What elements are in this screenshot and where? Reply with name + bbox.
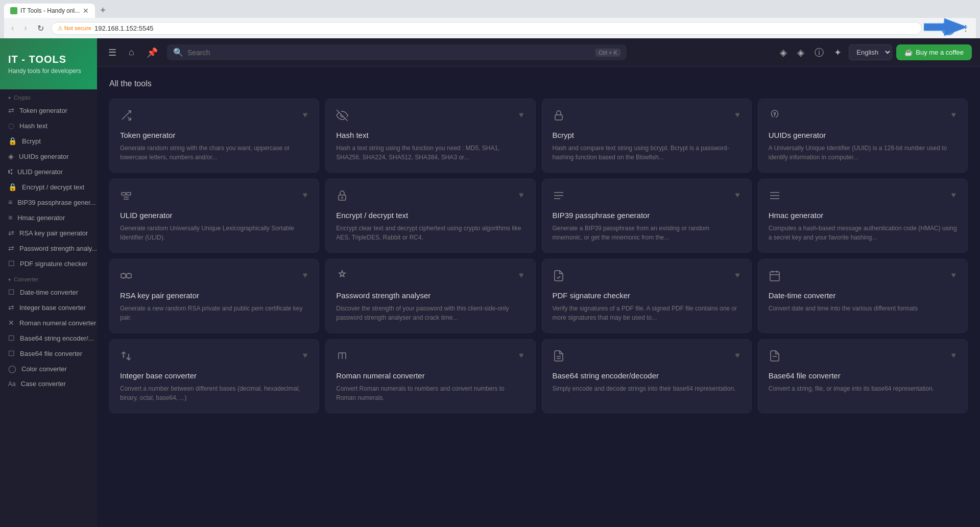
favorite-btn[interactable]: ♥ [950, 350, 958, 361]
sidebar-item-password[interactable]: ⇄ Password strength analy... [0, 241, 97, 256]
svg-marker-0 [924, 18, 967, 36]
tool-card-pdf-signature-checker[interactable]: ♥ PDF signature checker Verify the signa… [542, 259, 752, 333]
tool-card-hmac-generator[interactable]: ♥ Hmac generator Computes a hash-based m… [758, 179, 968, 253]
tool-card-password-strength-analyser[interactable]: ♥ Password strength analyser Discover th… [325, 259, 535, 333]
back-btn[interactable]: ‹ [8, 21, 17, 35]
sidebar-section-crypto[interactable]: ▾ Crypto [0, 89, 97, 103]
tool-icon [336, 109, 348, 125]
home-btn[interactable]: ⌂ [126, 44, 137, 61]
sidebar-item-hmac[interactable]: ≡ Hmac generator [0, 210, 97, 225]
favorite-btn[interactable]: ♥ [518, 189, 525, 201]
tool-card-token-generator[interactable]: ♥ Token generator Generate random string… [109, 99, 319, 173]
search-shortcut-badge: Ctrl + K [595, 49, 620, 57]
tool-icon [553, 189, 565, 205]
tool-card-roman-numeral-converter[interactable]: ♥ Roman numeral converter Convert Roman … [325, 339, 535, 413]
tool-name: Token generator [120, 131, 308, 139]
sidebar-item-roman[interactable]: ✕ Roman numeral converter [0, 315, 97, 330]
favorite-btn[interactable]: ♥ [734, 109, 741, 121]
buy-coffee-btn[interactable]: ☕ Buy me a coffee [896, 44, 972, 60]
favorite-btn[interactable]: ♥ [302, 189, 309, 201]
sidebar-item-bip39[interactable]: ≡ BIP39 passphrase gener... [0, 195, 97, 210]
sidebar-item-hash-text[interactable]: ◌ Hash text [0, 118, 97, 133]
svg-rect-5 [127, 193, 131, 195]
tool-name: Hash text [336, 131, 524, 139]
tool-desc: Hash a text string using the function yo… [336, 143, 524, 162]
tool-card-encrypt--decrypt-text[interactable]: ♥ Encrypt / decrypt text Encrypt clear t… [325, 179, 535, 253]
tool-card-header: ♥ [336, 350, 524, 365]
sidebar-item-ulid[interactable]: ⑆ ULID generator [0, 164, 97, 179]
github-icon-btn[interactable]: ◈ [777, 44, 790, 61]
favorite-btn[interactable]: ♥ [302, 270, 309, 281]
tool-card-hash-text[interactable]: ♥ Hash text Hash a text string using the… [325, 99, 535, 173]
favorite-btn[interactable]: ♥ [734, 270, 741, 281]
favorite-btn[interactable]: ♥ [734, 350, 741, 361]
password-icon: ⇄ [8, 244, 14, 252]
sidebar-item-pdf[interactable]: ☐ PDF signature checker [0, 256, 97, 271]
sidebar-item-token-generator[interactable]: ⇄ Token generator [0, 103, 97, 118]
tool-card-bcrypt[interactable]: ♥ Bcrypt Hash and compare text string us… [542, 99, 752, 173]
tool-card-header: 90 ♥ [120, 350, 308, 365]
twitter-icon-btn[interactable]: ◈ [794, 44, 807, 61]
favorite-btn[interactable]: ♥ [302, 350, 309, 361]
svg-rect-2 [555, 115, 562, 120]
tool-card-header: ♥ [120, 109, 308, 125]
tool-name: Integer base converter [120, 371, 308, 380]
tool-card-base64-file-converter[interactable]: ♥ Base64 file converter Convert a string… [758, 339, 968, 413]
sidebar-item-integer-base[interactable]: ⇄ Integer base converter [0, 300, 97, 315]
sidebar-item-base64-file[interactable]: ☐ Base64 file converter [0, 346, 97, 361]
favorite-btn[interactable]: ♥ [950, 189, 958, 201]
tool-card-integer-base-converter[interactable]: 90 ♥ Integer base converter Convert a nu… [109, 339, 319, 413]
encrypt-icon: 🔒 [8, 183, 17, 191]
sidebar-item-case[interactable]: Aa Case converter [0, 376, 97, 391]
favorite-btn[interactable]: ♥ [950, 270, 958, 281]
refresh-btn[interactable]: ↻ [34, 21, 47, 35]
shuffle-icon: ⇄ [8, 106, 14, 114]
favorite-btn[interactable]: ♥ [518, 350, 525, 361]
favorite-btn[interactable]: ♥ [518, 109, 525, 121]
favorite-btn[interactable]: ♥ [734, 189, 741, 201]
address-bar-wrapper: ⚠ Not secure [51, 22, 922, 35]
tool-card-bip39-passphrase-generator[interactable]: ♥ BIP39 passphrase generator Generate a … [542, 179, 752, 253]
tool-card-ulid-generator[interactable]: ♥ ULID generator Generate random Univers… [109, 179, 319, 253]
sidebar-item-datetime[interactable]: ☐ Date-time converter [0, 284, 97, 300]
sidebar-item-encrypt[interactable]: 🔒 Encrypt / decrypt text [0, 179, 97, 195]
tool-card-date-time-converter[interactable]: ♥ Date-time converter Convert date and t… [758, 259, 968, 333]
forward-btn[interactable]: › [21, 21, 30, 35]
tool-desc: Verify the signatures of a PDF file. A s… [553, 304, 741, 322]
favorite-btn[interactable]: ♥ [302, 109, 309, 121]
tool-name: Base64 file converter [769, 371, 957, 380]
favorite-btn[interactable]: ♥ [950, 109, 958, 121]
sidebar-item-bcrypt[interactable]: 🔒 Bcrypt [0, 133, 97, 149]
tool-card-header: ♥ [769, 109, 957, 125]
tool-card-uuids-generator[interactable]: ♥ UUIDs generator A Universally Unique I… [758, 99, 968, 173]
content-area: All the tools ♥ Token generator Generate… [97, 67, 980, 527]
sidebar-section-converter[interactable]: ▾ Converter [0, 271, 97, 284]
svg-rect-6 [339, 195, 346, 200]
language-select[interactable]: English [849, 44, 892, 60]
tool-desc: Convert Roman numerals to numbers and co… [336, 384, 524, 402]
favorite-btn[interactable]: ♥ [518, 270, 525, 281]
svg-point-7 [342, 197, 343, 198]
tool-card-header: ♥ [120, 270, 308, 285]
sidebar-item-uuids[interactable]: ◈ UUIDs generator [0, 149, 97, 164]
theme-toggle-btn[interactable]: ✦ [831, 44, 845, 61]
search-icon: 🔍 [173, 47, 183, 57]
tab-close-btn[interactable]: ✕ [83, 7, 89, 15]
search-input[interactable] [187, 49, 591, 57]
address-bar[interactable] [94, 25, 915, 32]
svg-rect-16 [770, 272, 779, 281]
tab-title: IT Tools - Handy onl... [20, 7, 80, 14]
info-icon-btn[interactable]: ⓘ [811, 43, 827, 62]
sidebar-item-rsa[interactable]: ⇄ RSA key pair generator [0, 225, 97, 241]
tool-name: UUIDs generator [769, 131, 957, 139]
integer-icon: ⇄ [8, 303, 14, 312]
tool-card-rsa-key-pair-generator[interactable]: ♥ RSA key pair generator Generate a new … [109, 259, 319, 333]
sidebar-item-color[interactable]: ◯ Color converter [0, 361, 97, 376]
active-tab[interactable]: IT Tools - Handy onl... ✕ [4, 4, 95, 18]
tool-icon: 90 [120, 350, 132, 365]
tool-card-base64-string-encoderdecoder[interactable]: ♥ Base64 string encoder/decoder Simply e… [542, 339, 752, 413]
sidebar-item-base64-string[interactable]: ☐ Base64 string encoder/... [0, 330, 97, 346]
pin-btn[interactable]: 📌 [144, 44, 161, 61]
new-tab-btn[interactable]: + [96, 3, 110, 18]
menu-toggle-btn[interactable]: ☰ [105, 44, 119, 61]
